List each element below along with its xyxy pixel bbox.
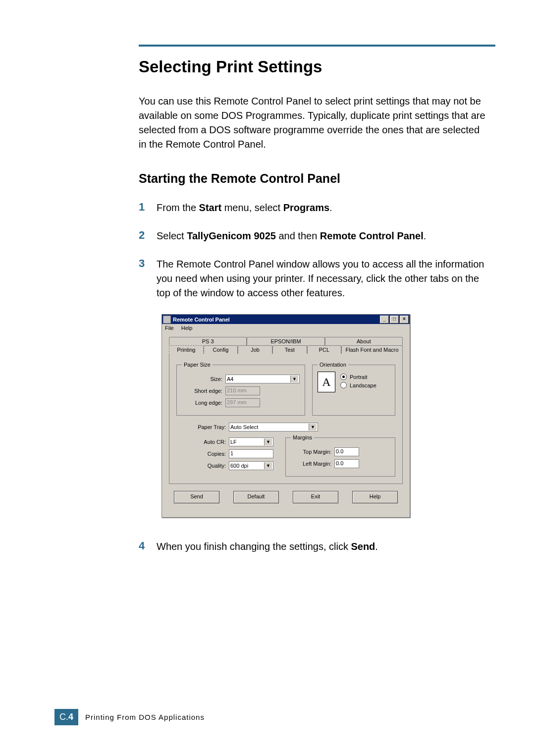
paper-size-group: Paper Size Size: A4 ▼ Short edge: <box>176 362 305 416</box>
step-text: From the Start menu, select Programs. <box>157 201 485 215</box>
window-title: Remote Control Panel <box>173 317 379 323</box>
margins-group: Margins Top Margin: 0.0 Left Margin: 0.0 <box>285 434 395 477</box>
window-titlebar[interactable]: Remote Control Panel _ □ × <box>162 315 410 324</box>
short-edge-label: Short edge: <box>182 388 225 394</box>
quality-value: 600 dpi <box>230 463 248 469</box>
close-button[interactable]: × <box>400 316 409 324</box>
quality-combo[interactable]: 600 dpi ▼ <box>229 461 273 470</box>
tab-flash-font-macro[interactable]: Flash Font and Macro <box>341 345 403 354</box>
orientation-preview-icon: A <box>318 372 335 392</box>
paper-tray-combo[interactable]: Auto Select ▼ <box>229 423 318 432</box>
step-number: 3 <box>139 257 157 300</box>
app-icon <box>163 316 171 324</box>
auto-cr-label: Auto CR: <box>176 439 229 445</box>
size-value: A4 <box>227 376 233 382</box>
step-1: 1 From the Start menu, select Programs. <box>139 201 485 215</box>
orientation-legend: Orientation <box>318 362 348 368</box>
tab-about[interactable]: About <box>325 337 403 345</box>
default-button[interactable]: Default <box>233 491 279 503</box>
tab-test[interactable]: Test <box>272 345 307 354</box>
long-edge-label: Long edge: <box>182 400 225 406</box>
step-number: 4 <box>139 540 157 554</box>
maximize-button[interactable]: □ <box>390 316 399 324</box>
step-number: 2 <box>139 229 157 243</box>
tab-epson-ibm[interactable]: EPSON/IBM <box>247 337 324 345</box>
left-margin-field[interactable]: 0.0 <box>334 459 359 468</box>
header-rule <box>139 45 495 47</box>
top-margin-label: Top Margin: <box>291 449 334 455</box>
dropdown-arrow-icon: ▼ <box>290 376 298 382</box>
landscape-radio[interactable]: Landscape <box>340 382 376 388</box>
auto-cr-value: LF <box>230 439 237 445</box>
tab-config[interactable]: Config <box>204 345 238 354</box>
copies-field[interactable]: 1 <box>229 449 273 458</box>
menu-help[interactable]: Help <box>181 325 193 331</box>
step-number: 1 <box>139 201 157 215</box>
landscape-label: Landscape <box>350 382 376 388</box>
page-number-box: C.4 <box>54 709 78 725</box>
tab-printing[interactable]: Printing <box>169 345 204 354</box>
send-button[interactable]: Send <box>174 491 219 503</box>
step-2: 2 Select TallyGenicom 9025 and then Remo… <box>139 229 485 243</box>
portrait-label: Portrait <box>350 374 367 380</box>
dropdown-arrow-icon: ▼ <box>264 462 272 469</box>
dropdown-arrow-icon: ▼ <box>309 424 317 431</box>
size-combo[interactable]: A4 ▼ <box>225 375 300 383</box>
dialog-button-row: Send Default Exit Help <box>169 484 403 511</box>
quality-label: Quality: <box>176 463 229 469</box>
copies-label: Copies: <box>176 451 229 457</box>
page-title: Selecting Print Settings <box>139 57 485 76</box>
size-label: Size: <box>182 376 225 382</box>
auto-cr-combo[interactable]: LF ▼ <box>229 437 273 446</box>
step-text: The Remote Control Panel window allows y… <box>157 257 485 300</box>
left-margin-label: Left Margin: <box>291 461 334 467</box>
portrait-radio[interactable]: Portrait <box>340 374 376 380</box>
margins-legend: Margins <box>291 434 314 440</box>
tab-row-lower: Printing Config Job Test PCL Flash Font … <box>169 345 403 354</box>
radio-dot-icon <box>340 374 347 380</box>
tab-job[interactable]: Job <box>238 345 272 354</box>
step-text: When you finish changing the settings, c… <box>157 540 485 554</box>
footer-caption: Printing From DOS Applications <box>85 713 205 721</box>
paper-size-legend: Paper Size <box>182 362 213 368</box>
top-margin-field[interactable]: 0.0 <box>334 447 359 456</box>
help-button[interactable]: Help <box>352 491 398 503</box>
minimize-button[interactable]: _ <box>380 316 389 324</box>
page-footer: C.4 Printing From DOS Applications <box>54 709 205 725</box>
menu-bar: File Help <box>162 324 410 332</box>
short-edge-field: 210 mm <box>225 386 260 395</box>
tab-ps3[interactable]: PS 3 <box>169 337 247 345</box>
exit-button[interactable]: Exit <box>293 491 338 503</box>
paper-tray-label: Paper Tray: <box>176 424 229 430</box>
tab-row-upper: PS 3 EPSON/IBM About <box>169 337 403 345</box>
radio-dot-icon <box>340 382 347 388</box>
orientation-group: Orientation A Portrait <box>312 362 395 416</box>
step-3: 3 The Remote Control Panel window allows… <box>139 257 485 300</box>
dropdown-arrow-icon: ▼ <box>264 438 272 445</box>
tab-panel-printing: Paper Size Size: A4 ▼ Short edge: <box>169 353 403 484</box>
section-heading: Starting the Remote Control Panel <box>139 171 485 186</box>
long-edge-field: 297 mm <box>225 398 260 407</box>
intro-paragraph: You can use this Remote Control Panel to… <box>139 94 485 152</box>
tab-pcl[interactable]: PCL <box>307 345 342 354</box>
step-4: 4 When you finish changing the settings,… <box>139 540 485 554</box>
remote-control-panel-window: Remote Control Panel _ □ × File Help PS … <box>161 314 410 518</box>
menu-file[interactable]: File <box>165 325 174 331</box>
paper-tray-value: Auto Select <box>230 424 258 430</box>
step-text: Select TallyGenicom 9025 and then Remote… <box>157 229 485 243</box>
